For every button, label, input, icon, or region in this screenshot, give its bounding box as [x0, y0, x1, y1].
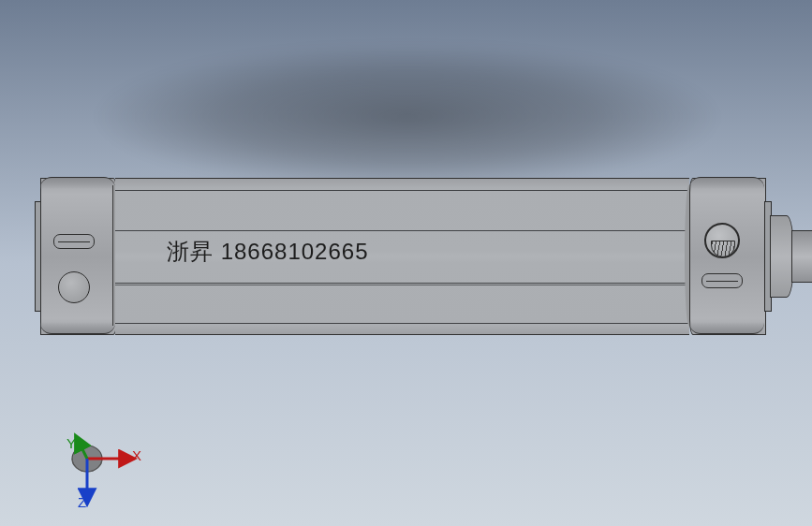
x-axis-label: X: [132, 447, 141, 463]
barrel-edge-line: [115, 283, 689, 284]
end-cap-left-chamfer-bottom: [40, 322, 115, 334]
cylinder-model[interactable]: 浙昇 18668102665: [35, 178, 788, 333]
end-cap-left-body: [40, 178, 117, 335]
view-orientation-triad[interactable]: X Y Z: [52, 431, 155, 515]
model-shadow: [28, 47, 787, 187]
barrel-edge-line: [115, 190, 689, 191]
z-axis-label: Z: [78, 494, 86, 510]
barrel-edge-line: [115, 230, 689, 231]
port-thread-hatch: [711, 241, 735, 257]
air-port-icon: [704, 223, 740, 258]
screw-slot-icon: [701, 273, 743, 288]
barrel-edge-line: [115, 285, 689, 285]
cad-viewport[interactable]: 浙昇 18668102665: [0, 0, 812, 526]
bolt-head-icon: [58, 271, 90, 303]
screw-slot-icon: [53, 234, 95, 249]
barrel-edge-line: [115, 323, 689, 324]
end-cap-right-chamfer-bottom: [689, 322, 764, 334]
cylinder-barrel: 浙昇 18668102665: [115, 178, 689, 335]
end-cap-right-chamfer-top: [689, 177, 764, 189]
end-cap-left-chamfer-top: [40, 177, 115, 189]
engraved-text: 浙昇 18668102665: [167, 237, 369, 267]
end-cap-left: [35, 178, 115, 333]
y-axis-label: Y: [66, 435, 76, 451]
piston-rod: [791, 230, 812, 283]
